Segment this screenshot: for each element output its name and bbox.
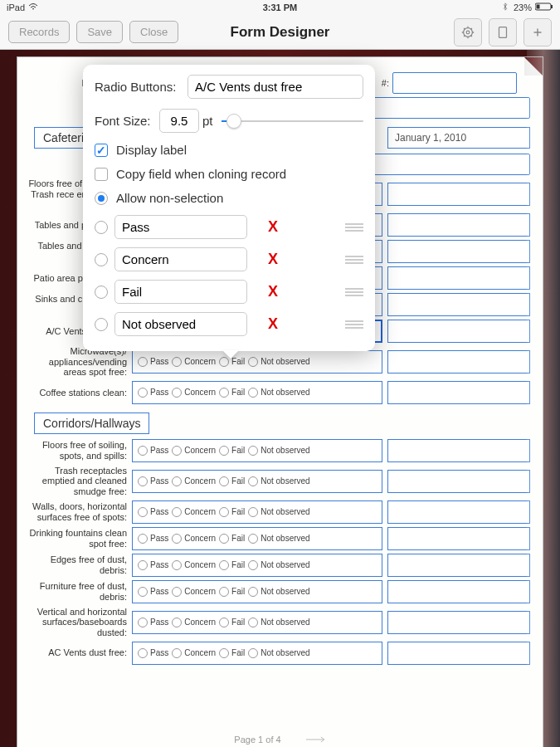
radio-pass[interactable]: Pass xyxy=(138,534,168,544)
allow-nonselection-radio[interactable] xyxy=(95,192,108,205)
radio-concern[interactable]: Concern xyxy=(172,476,216,486)
font-size-input[interactable] xyxy=(159,109,199,133)
copy-field-checkbox[interactable] xyxy=(95,168,108,181)
radio-fail[interactable]: Fail xyxy=(219,534,245,544)
delete-option-button[interactable]: X xyxy=(267,251,279,268)
radio-fail[interactable]: Fail xyxy=(219,618,245,627)
radio-not-observed[interactable]: Not observed xyxy=(248,534,309,544)
num-field[interactable] xyxy=(392,72,517,94)
radio-fail[interactable]: Fail xyxy=(219,648,245,658)
radio-concern[interactable]: Concern xyxy=(172,357,216,367)
radio-fail[interactable]: Fail xyxy=(219,560,245,570)
comment-field[interactable] xyxy=(387,611,530,634)
radio-not-observed[interactable]: Not observed xyxy=(248,446,309,456)
radio-group[interactable]: Pass Concern Fail Not observed xyxy=(132,642,382,665)
option-radio[interactable] xyxy=(95,286,108,299)
comment-field[interactable] xyxy=(387,470,530,493)
radio-not-observed[interactable]: Not observed xyxy=(248,618,309,627)
radio-group[interactable]: Pass Concern Fail Not observed xyxy=(132,611,382,634)
date-field[interactable]: January 1, 2010 xyxy=(387,127,530,149)
radio-pass[interactable]: Pass xyxy=(138,560,168,570)
radio-not-observed[interactable]: Not observed xyxy=(248,388,309,398)
delete-option-button[interactable]: X xyxy=(267,218,279,236)
option-input[interactable] xyxy=(114,247,247,271)
radio-not-observed[interactable]: Not observed xyxy=(248,507,309,517)
drag-handle-icon[interactable] xyxy=(345,288,363,296)
radio-concern[interactable]: Concern xyxy=(172,560,216,570)
option-radio[interactable] xyxy=(95,221,108,234)
radio-concern[interactable]: Concern xyxy=(172,388,216,398)
radio-group[interactable]: Pass Concern Fail Not observed xyxy=(132,527,382,550)
radio-group[interactable]: Pass Concern Fail Not observed xyxy=(132,439,382,462)
radio-group[interactable]: Pass Concern Fail Not observed xyxy=(132,381,382,404)
radio-not-observed[interactable]: Not observed xyxy=(248,587,309,597)
clock: 3:31 PM xyxy=(263,2,298,12)
radio-pass[interactable]: Pass xyxy=(138,587,168,597)
comment-field[interactable] xyxy=(387,213,530,237)
option-input[interactable] xyxy=(114,280,247,304)
radio-pass[interactable]: Pass xyxy=(138,446,168,456)
wifi-icon xyxy=(28,2,38,12)
drag-handle-icon[interactable] xyxy=(345,223,363,232)
radio-pass[interactable]: Pass xyxy=(138,648,168,658)
option-radio[interactable] xyxy=(95,318,108,331)
radio-fail[interactable]: Fail xyxy=(219,388,245,398)
comment-field[interactable] xyxy=(387,527,530,550)
radio-not-observed[interactable]: Not observed xyxy=(248,357,309,367)
comment-field[interactable] xyxy=(387,439,530,462)
radio-pass[interactable]: Pass xyxy=(138,507,168,517)
radio-concern[interactable]: Concern xyxy=(172,587,216,597)
radio-pass[interactable]: Pass xyxy=(138,618,168,627)
add-button[interactable] xyxy=(523,18,552,46)
next-page-arrow-icon[interactable] xyxy=(306,735,326,745)
radio-not-observed[interactable]: Not observed xyxy=(248,560,309,570)
radio-group[interactable]: Pass Concern Fail Not observed xyxy=(132,580,382,603)
field-title-input[interactable] xyxy=(187,75,363,99)
comment-field[interactable] xyxy=(387,554,530,577)
document-button[interactable] xyxy=(489,18,517,46)
radio-concern[interactable]: Concern xyxy=(172,618,216,627)
option-input[interactable] xyxy=(114,312,247,336)
delete-option-button[interactable]: X xyxy=(267,283,279,300)
radio-not-observed[interactable]: Not observed xyxy=(248,648,309,658)
option-radio[interactable] xyxy=(95,253,108,266)
radio-group[interactable]: Pass Concern Fail Not observed xyxy=(132,350,382,374)
comment-field[interactable] xyxy=(387,293,530,316)
radio-pass[interactable]: Pass xyxy=(138,476,168,486)
radio-fail[interactable]: Fail xyxy=(219,446,245,456)
comment-field[interactable] xyxy=(387,240,530,263)
radio-concern[interactable]: Concern xyxy=(172,534,216,544)
radio-concern[interactable]: Concern xyxy=(172,648,216,658)
radio-fail[interactable]: Fail xyxy=(219,507,245,517)
comment-field[interactable] xyxy=(387,381,530,404)
radio-concern[interactable]: Concern xyxy=(172,507,216,517)
gear-icon xyxy=(460,25,475,40)
settings-button[interactable] xyxy=(454,18,482,46)
delete-option-button[interactable]: X xyxy=(267,315,279,333)
radio-fail[interactable]: Fail xyxy=(219,476,245,486)
save-button[interactable]: Save xyxy=(76,21,123,43)
drag-handle-icon[interactable] xyxy=(345,256,363,264)
radio-fail[interactable]: Fail xyxy=(219,587,245,597)
radio-pass[interactable]: Pass xyxy=(138,357,168,367)
font-size-slider[interactable] xyxy=(222,113,363,129)
option-input[interactable] xyxy=(114,215,247,239)
section-corridors[interactable]: Corridors/Hallways xyxy=(34,413,149,434)
comment-field[interactable] xyxy=(387,642,530,665)
comment-field[interactable] xyxy=(387,350,530,374)
comment-field[interactable] xyxy=(387,320,530,343)
comment-field[interactable] xyxy=(387,500,530,524)
drag-handle-icon[interactable] xyxy=(345,320,363,329)
radio-group[interactable]: Pass Concern Fail Not observed xyxy=(132,500,382,524)
comment-field[interactable] xyxy=(387,266,530,290)
radio-pass[interactable]: Pass xyxy=(138,388,168,398)
comment-field[interactable] xyxy=(387,580,530,603)
comment-field[interactable] xyxy=(387,183,530,206)
radio-concern[interactable]: Concern xyxy=(172,446,216,456)
display-label-checkbox[interactable] xyxy=(95,144,108,157)
records-button[interactable]: Records xyxy=(8,21,70,43)
close-button[interactable]: Close xyxy=(129,21,178,43)
radio-group[interactable]: Pass Concern Fail Not observed xyxy=(132,554,382,577)
radio-not-observed[interactable]: Not observed xyxy=(248,476,309,486)
radio-group[interactable]: Pass Concern Fail Not observed xyxy=(132,470,382,493)
